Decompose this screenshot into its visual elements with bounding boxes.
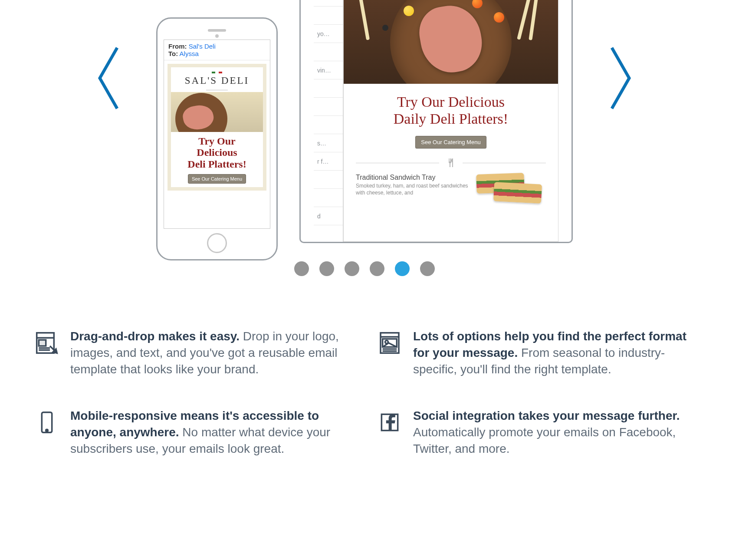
carousel-dot-4[interactable]: [370, 261, 384, 276]
feature-title: Drag-and-drop makes it easy.: [70, 329, 240, 343]
phone-speaker-icon: [208, 29, 226, 32]
list-item: d: [314, 207, 343, 225]
carousel-dots: [35, 261, 694, 276]
email-headline: Try Our Delicious Daily Deli Platters!: [344, 84, 558, 133]
list-item: s…: [314, 134, 343, 152]
feature-mobile: Mobile-responsive means it's accessible …: [35, 408, 351, 457]
deli-platter-image: [171, 92, 263, 132]
list-item: r f…: [314, 152, 343, 171]
feature-desc: Automatically promote your emails on Fac…: [413, 425, 676, 455]
catering-menu-button[interactable]: See Our Catering Menu: [188, 174, 246, 184]
carousel-prev-arrow[interactable]: [95, 43, 122, 113]
facebook-icon: [378, 408, 403, 457]
list-item: [314, 7, 343, 25]
list-item: [314, 225, 343, 243]
home-button-icon: [207, 233, 227, 253]
feature-grid: Drag-and-drop makes it easy. Drop in you…: [35, 328, 694, 457]
tablet-email-body: Try Our Delicious Daily Deli Platters! S…: [343, 0, 558, 242]
divider: [344, 156, 558, 169]
phone-screen: From: Sal's Deli To: Alyssa SAL'S DELI T…: [164, 40, 270, 229]
list-item: vin…: [314, 61, 343, 79]
from-label: From:: [168, 43, 187, 50]
template-icon: [378, 328, 403, 377]
carousel-dot-1[interactable]: [294, 261, 309, 276]
carousel-next-arrow[interactable]: [608, 43, 634, 113]
brand-logo: SAL'S DELI: [171, 67, 263, 88]
carousel-slide: J Stevens yo… vin… s… r f… d N…: [156, 0, 573, 256]
svg-point-13: [46, 430, 48, 432]
deli-platter-image: [344, 0, 558, 84]
carousel-dot-2[interactable]: [319, 261, 334, 276]
product-row: Traditional Sandwich Tray Smoked turkey,…: [344, 169, 558, 208]
svg-rect-2: [39, 340, 46, 346]
list-item: [314, 43, 343, 61]
email-headline: Try Our Delicious Deli Platters!: [171, 132, 263, 174]
list-item: [314, 171, 343, 189]
to-value: Alyssa: [180, 50, 199, 57]
tablet-mock: J Stevens yo… vin… s… r f… d N…: [299, 0, 573, 243]
carousel-dot-5[interactable]: [395, 261, 410, 276]
product-title: Traditional Sandwich Tray: [356, 174, 470, 181]
feature-drag-drop: Drag-and-drop makes it easy. Drop in you…: [35, 328, 351, 377]
to-label: To:: [168, 50, 178, 57]
list-item: [314, 98, 343, 116]
list-item: yo…: [314, 25, 343, 43]
feature-templates: Lots of options help you find the perfec…: [378, 328, 694, 377]
drag-drop-icon: [35, 328, 60, 377]
carousel-dot-6[interactable]: [420, 261, 435, 276]
carousel: J Stevens yo… vin… s… r f… d N…: [35, 0, 694, 256]
sandwich-image: [476, 174, 546, 204]
feature-social: Social integration takes your message fu…: [378, 408, 694, 457]
phone-email-body: SAL'S DELI Try Our Delicious Deli Platte…: [167, 64, 266, 191]
product-desc: Smoked turkey, ham, and roast beef sandw…: [356, 182, 470, 196]
utensils-icon: [444, 156, 457, 169]
feature-title: Social integration takes your message fu…: [413, 409, 680, 422]
phone-camera-icon: [215, 34, 219, 38]
phone-mock: From: Sal's Deli To: Alyssa SAL'S DELI T…: [156, 17, 278, 260]
tablet-sidebar: J Stevens yo… vin… s… r f… d N…: [314, 0, 343, 242]
chevron-right-icon: [608, 43, 634, 113]
chevron-left-icon: [95, 43, 122, 113]
mobile-icon: [35, 408, 60, 457]
from-value: Sal's Deli: [189, 43, 216, 50]
list-item: J Stevens: [314, 0, 343, 7]
list-item: [314, 79, 343, 98]
carousel-dot-3[interactable]: [345, 261, 359, 276]
mail-header: From: Sal's Deli To: Alyssa: [164, 40, 270, 60]
list-item: [314, 116, 343, 134]
catering-menu-button[interactable]: See Our Catering Menu: [415, 136, 486, 148]
list-item: [314, 189, 343, 207]
